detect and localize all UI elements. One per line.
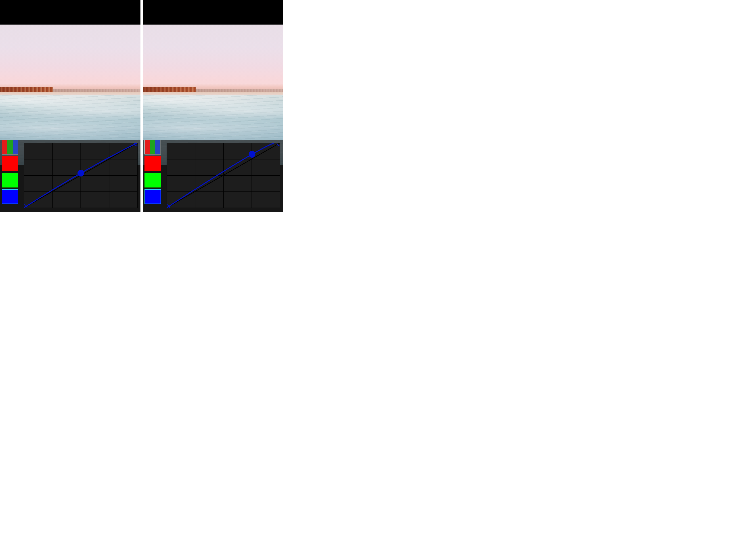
channel-red-swatch[interactable] — [145, 156, 161, 171]
curve-control-point[interactable] — [249, 151, 255, 158]
channel-selector — [2, 140, 21, 209]
curves-graph[interactable] — [24, 143, 137, 208]
editor-pane-after — [143, 0, 283, 212]
channel-rgb-swatch[interactable] — [2, 140, 18, 155]
channel-blue-swatch[interactable] — [145, 189, 161, 204]
channel-selector — [145, 140, 163, 209]
channel-green-swatch[interactable] — [2, 173, 18, 187]
curve-control-point[interactable] — [77, 170, 84, 177]
channel-red-swatch[interactable] — [2, 156, 18, 171]
curves-graph[interactable] — [166, 143, 280, 208]
channel-blue-swatch[interactable] — [2, 189, 18, 204]
channel-rgb-swatch[interactable] — [145, 140, 161, 155]
editor-pane-before — [0, 0, 140, 212]
channel-green-swatch[interactable] — [145, 173, 161, 187]
